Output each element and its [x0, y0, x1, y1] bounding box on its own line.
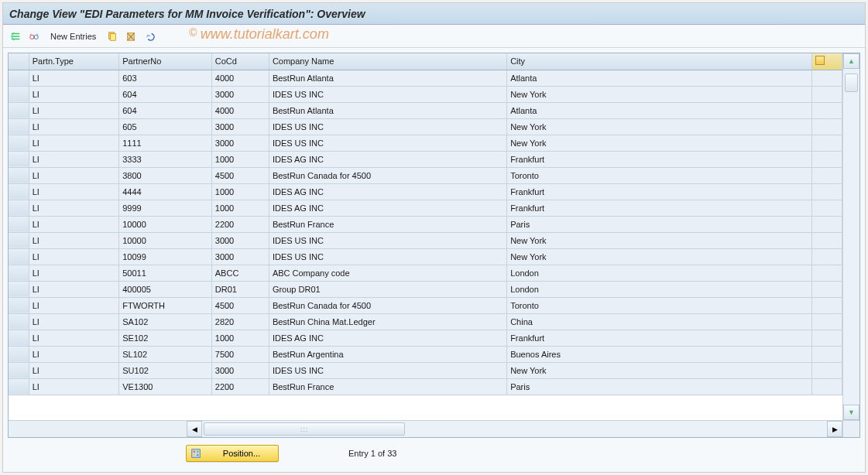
cell-company-name[interactable]: BestRun Argentina [269, 346, 506, 362]
table-row[interactable]: LI100003000IDES US INCNew York [9, 232, 842, 248]
cell-partn-type[interactable]: LI [29, 297, 119, 313]
cell-cocd[interactable]: 1000 [211, 183, 269, 200]
cell-cocd[interactable]: 4000 [211, 102, 269, 118]
cell-company-name[interactable]: ABC Company code [269, 265, 506, 281]
cell-partn-type[interactable]: LI [29, 216, 119, 232]
cell-partner-no[interactable]: SL102 [119, 346, 212, 362]
copy-icon[interactable] [105, 29, 120, 44]
cell-cocd[interactable]: 2200 [211, 378, 269, 395]
cell-partn-type[interactable]: LI [29, 248, 119, 265]
cell-cocd[interactable]: 1000 [211, 151, 269, 167]
row-selector[interactable] [9, 378, 29, 395]
col-partn-type[interactable]: Partn.Type [29, 53, 119, 70]
cell-city[interactable]: New York [507, 248, 811, 265]
cell-partn-type[interactable]: LI [29, 167, 119, 183]
row-selector[interactable] [9, 330, 29, 346]
cell-company-name[interactable]: IDES US INC [269, 118, 506, 135]
cell-partn-type[interactable]: LI [29, 330, 119, 346]
cell-cocd[interactable]: DR01 [211, 281, 269, 297]
cell-city[interactable]: Toronto [507, 297, 811, 313]
cell-company-name[interactable]: BestRun France [269, 216, 506, 232]
cell-cocd[interactable]: 4000 [211, 70, 269, 86]
cell-city[interactable]: New York [507, 232, 811, 248]
cell-company-name[interactable]: Group DR01 [269, 281, 506, 297]
cell-partner-no[interactable]: 400005 [119, 281, 212, 297]
horizontal-scrollbar[interactable]: ◀ ::: ▶ [9, 420, 842, 437]
cell-partner-no[interactable]: 10000 [119, 232, 212, 248]
cell-partner-no[interactable]: 10000 [119, 216, 212, 232]
cell-city[interactable]: London [507, 265, 811, 281]
cell-partn-type[interactable]: LI [29, 102, 119, 118]
cell-company-name[interactable]: BestRun France [269, 378, 506, 395]
cell-company-name[interactable]: IDES US INC [269, 362, 506, 378]
cell-company-name[interactable]: IDES US INC [269, 232, 506, 248]
cell-company-name[interactable]: BestRun China Mat.Ledger [269, 313, 506, 330]
cell-partner-no[interactable]: 10099 [119, 248, 212, 265]
cell-cocd[interactable]: 3000 [211, 248, 269, 265]
cell-company-name[interactable]: IDES US INC [269, 86, 506, 102]
cell-partner-no[interactable]: 604 [119, 102, 212, 118]
row-selector[interactable] [9, 167, 29, 183]
table-row[interactable]: LI33331000IDES AG INCFrankfurt [9, 151, 842, 167]
cell-city[interactable]: London [507, 281, 811, 297]
scroll-down-button[interactable]: ▼ [843, 405, 859, 420]
cell-city[interactable]: New York [507, 118, 811, 135]
cell-city[interactable]: Atlanta [507, 102, 811, 118]
row-selector[interactable] [9, 297, 29, 313]
row-selector[interactable] [9, 151, 29, 167]
cell-partner-no[interactable]: 50011 [119, 265, 212, 281]
cell-partn-type[interactable]: LI [29, 200, 119, 216]
cell-company-name[interactable]: IDES AG INC [269, 151, 506, 167]
cell-city[interactable]: New York [507, 135, 811, 151]
cell-partn-type[interactable]: LI [29, 362, 119, 378]
table-row[interactable]: LI44441000IDES AG INCFrankfurt [9, 183, 842, 200]
cell-partn-type[interactable]: LI [29, 70, 119, 86]
cell-partner-no[interactable]: 605 [119, 118, 212, 135]
cell-partner-no[interactable]: 1111 [119, 135, 212, 151]
cell-partner-no[interactable]: 603 [119, 70, 212, 86]
cell-cocd[interactable]: 3000 [211, 362, 269, 378]
cell-partner-no[interactable]: 4444 [119, 183, 212, 200]
cell-city[interactable]: Frankfurt [507, 200, 811, 216]
cell-cocd[interactable]: 1000 [211, 200, 269, 216]
cell-city[interactable]: New York [507, 362, 811, 378]
cell-cocd[interactable]: 4500 [211, 167, 269, 183]
row-selector[interactable] [9, 200, 29, 216]
table-row[interactable]: LISE1021000IDES AG INCFrankfurt [9, 330, 842, 346]
h-scroll-track[interactable]: ::: [202, 421, 827, 437]
glasses-icon[interactable] [26, 29, 42, 44]
cell-company-name[interactable]: IDES AG INC [269, 200, 506, 216]
cell-company-name[interactable]: BestRun Canada for 4500 [269, 167, 506, 183]
cell-cocd[interactable]: 1000 [211, 330, 269, 346]
cell-partn-type[interactable]: LI [29, 265, 119, 281]
cell-city[interactable]: Paris [507, 216, 811, 232]
cell-partner-no[interactable]: SU102 [119, 362, 212, 378]
scroll-up-button[interactable]: ▲ [843, 53, 859, 69]
row-selector[interactable] [9, 232, 29, 248]
table-row[interactable]: LIVE13002200BestRun FranceParis [9, 378, 842, 395]
column-config-button[interactable] [811, 53, 842, 70]
cell-company-name[interactable]: IDES AG INC [269, 183, 506, 200]
cell-city[interactable]: China [507, 313, 811, 330]
new-entries-button[interactable]: New Entries [45, 29, 101, 44]
row-selector[interactable] [9, 265, 29, 281]
cell-partn-type[interactable]: LI [29, 232, 119, 248]
cell-city[interactable]: Toronto [507, 167, 811, 183]
table-row[interactable]: LI99991000IDES AG INCFrankfurt [9, 200, 842, 216]
table-row[interactable]: LI6043000IDES US INCNew York [9, 86, 842, 102]
cell-city[interactable]: Paris [507, 378, 811, 395]
cell-cocd[interactable]: 4500 [211, 297, 269, 313]
row-selector[interactable] [9, 216, 29, 232]
row-selector[interactable] [9, 118, 29, 135]
position-button[interactable]: Position... [186, 445, 279, 462]
undo-icon[interactable] [142, 29, 157, 44]
row-selector[interactable] [9, 281, 29, 297]
table-row[interactable]: LI6034000BestRun AtlantaAtlanta [9, 70, 842, 86]
cell-partner-no[interactable]: SE102 [119, 330, 212, 346]
cell-city[interactable]: Frankfurt [507, 330, 811, 346]
v-scroll-thumb[interactable] [845, 73, 858, 92]
expand-icon[interactable] [8, 29, 23, 44]
cell-partn-type[interactable]: LI [29, 346, 119, 362]
v-scroll-track[interactable] [843, 69, 859, 405]
cell-partn-type[interactable]: LI [29, 313, 119, 330]
